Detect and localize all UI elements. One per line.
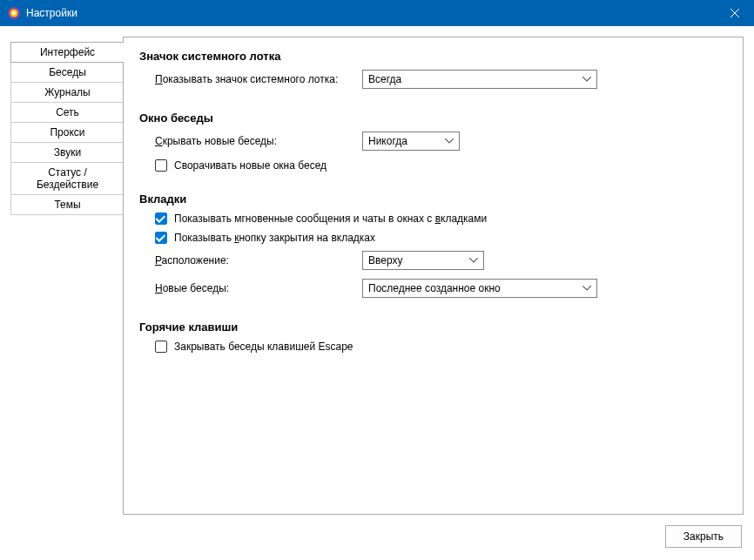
tab-network[interactable]: Сеть [10,102,124,123]
new-convs-label: Новые беседы: [155,282,355,294]
close-with-escape-checkbox[interactable] [155,341,167,353]
section-convwin-title: Окно беседы [139,111,727,125]
close-window-button[interactable] [715,0,754,26]
show-close-on-tabs-label: Показывать кнопку закрытия на вкладках [174,232,375,244]
window-title: Настройки [26,7,77,19]
show-im-tabs-checkbox[interactable] [155,213,167,225]
tabs-list: Интерфейс Беседы Журналы Сеть Прокси Зву… [10,37,124,525]
settings-panel: Значок системного лотка Показывать значо… [123,37,744,515]
section-tray-title: Значок системного лотка [139,50,727,63]
hide-new-convs-select[interactable]: Никогда [362,132,460,151]
show-tray-label: Показывать значок системного лотка: [155,73,355,85]
titlebar: Настройки [0,0,754,26]
minimize-new-windows-label: Сворачивать новые окна бесед [174,159,327,172]
tab-interface[interactable]: Интерфейс [10,42,124,63]
hide-new-convs-label: Скрывать новые беседы: [155,135,355,147]
footer: Закрыть [0,525,754,560]
show-close-on-tabs-checkbox[interactable] [155,232,167,244]
tab-status-idle[interactable]: Статус / Бездействие [10,162,124,195]
minimize-new-windows-checkbox[interactable] [155,159,167,172]
tab-placement-select[interactable]: Вверху [362,251,484,270]
tab-themes[interactable]: Темы [10,194,124,215]
svg-point-2 [12,11,16,15]
app-icon [7,6,21,20]
close-with-escape-label: Закрывать беседы клавишей Escape [174,341,353,353]
close-button[interactable]: Закрыть [665,525,742,548]
tab-sounds[interactable]: Звуки [10,142,124,163]
close-icon [730,9,739,17]
new-convs-select[interactable]: Последнее созданное окно [362,279,597,298]
tab-logs[interactable]: Журналы [10,82,124,103]
tab-conversations[interactable]: Беседы [10,62,124,83]
show-tray-select[interactable]: Всегда [362,70,597,89]
tab-placement-label: Расположение: [155,254,355,267]
section-hotkeys-title: Горячие клавиши [139,320,727,334]
show-im-tabs-label: Показывать мгновенные сообщения и чаты в… [174,213,487,225]
tab-proxy[interactable]: Прокси [10,122,124,143]
section-tabs-title: Вкладки [139,192,727,206]
content-area: Интерфейс Беседы Журналы Сеть Прокси Зву… [0,26,754,525]
